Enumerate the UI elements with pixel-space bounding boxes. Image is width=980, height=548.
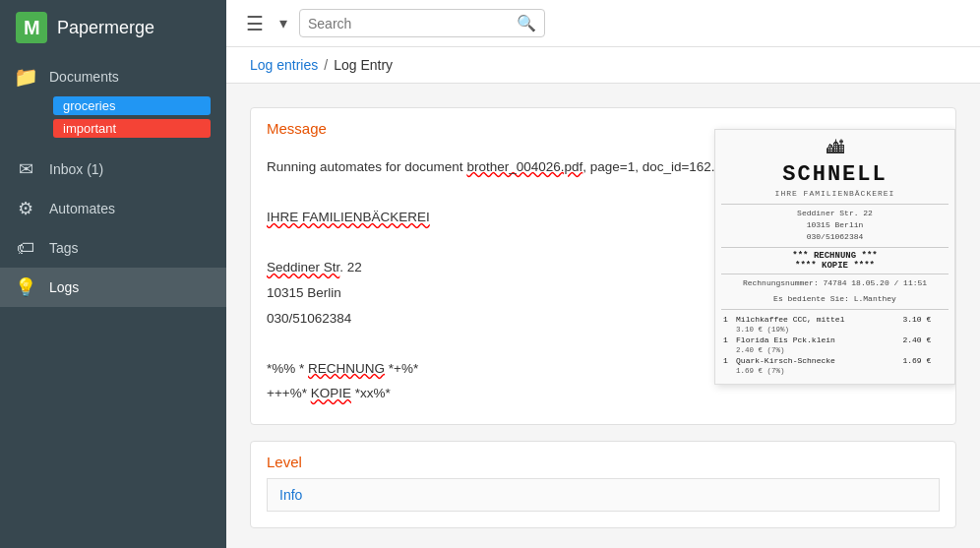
receipt-skyline: 🏙 [721, 138, 949, 158]
sidebar-item-tags-label: Tags [49, 240, 211, 256]
receipt-addr-3: 030/51062384 [721, 231, 949, 243]
receipt-info2: Es bediente Sie: L.Manthey [721, 293, 949, 305]
main-area: ☰ ▾ 🔍 Log entries / Log Entry Message Ru… [226, 0, 980, 548]
receipt-item-3-name: Quark-Kirsch-Schnecke [734, 355, 900, 366]
folder-icon: 📁 [16, 67, 35, 87]
receipt-item-2-detail: 2.40 € (7%) [721, 345, 949, 355]
sidebar-item-inbox-label: Inbox (1) [49, 161, 211, 177]
breadcrumb-separator: / [324, 57, 328, 73]
automates-icon: ⚙ [16, 199, 35, 218]
sidebar-header: M Papermerge [0, 0, 226, 55]
receipt-address: Seddiner Str. 22 10315 Berlin 030/510623… [721, 208, 949, 243]
tags-row: groceries important [0, 94, 226, 142]
sidebar-item-tags[interactable]: 🏷 Tags [0, 228, 226, 268]
sidebar-nav: ✉ Inbox (1) ⚙ Automates 🏷 Tags 💡 Logs [0, 142, 226, 315]
receipt-content: 🏙 SCHNELL IHRE FAMILIENBÄCKEREI Seddiner… [715, 130, 954, 384]
receipt-item-1-price: 3.10 € [900, 314, 949, 325]
level-label: Level [251, 442, 955, 474]
receipt-item-1-tax: 3.10 € (19%) [734, 325, 949, 335]
sidebar: M Papermerge 📁 Documents groceries impor… [0, 0, 226, 548]
sidebar-item-logs[interactable]: 💡 Logs [0, 268, 226, 307]
receipt-info1: Rechnungsnummer: 74784 18.05.20 / 11:51 [721, 277, 949, 289]
receipt-subtitle: IHRE FAMILIENBÄCKEREI [721, 189, 949, 198]
receipt-item-2-qty: 1 [721, 335, 734, 345]
filename-link: brother_004026.pdf [466, 159, 582, 174]
receipt-item-2-tax: 2.40 € (7%) [734, 345, 949, 355]
level-card: Level Info [250, 441, 956, 528]
receipt-addr-2: 10315 Berlin [721, 219, 949, 231]
documents-section: 📁 Documents groceries important [0, 55, 226, 142]
search-icon[interactable]: 🔍 [517, 14, 536, 32]
level-value: Info [267, 478, 940, 512]
receipt-heading1: *** RECHNUNG *** [721, 251, 949, 261]
breadcrumb: Log entries / Log Entry [226, 47, 980, 84]
receipt-logo: SCHNELL [721, 162, 949, 187]
receipt-item-3-price: 1.69 € [900, 355, 949, 366]
menu-icon[interactable]: ☰ [242, 8, 268, 39]
receipt-items-table: 1 Milchkaffee CCC, mittel 3.10 € 3.10 € … [721, 314, 949, 376]
receipt-item-3-tax: 1.69 € (7%) [734, 366, 949, 376]
kopie-word: KOPIE [311, 386, 351, 400]
receipt-item-1-detail: 3.10 € (19%) [721, 325, 949, 335]
receipt-item-3: 1 Quark-Kirsch-Schnecke 1.69 € [721, 355, 949, 366]
sidebar-item-automates[interactable]: ⚙ Automates [0, 189, 226, 228]
tags-icon: 🏷 [16, 238, 35, 258]
topbar: ☰ ▾ 🔍 [226, 0, 980, 47]
receipt-divider-4 [721, 309, 949, 310]
sidebar-item-logs-label: Logs [49, 279, 211, 295]
svg-text:M: M [24, 17, 40, 38]
sidebar-item-automates-label: Automates [49, 201, 211, 216]
receipt-item-3-qty: 1 [721, 355, 734, 366]
receipt-divider-1 [721, 204, 949, 205]
receipt-image: 🏙 SCHNELL IHRE FAMILIENBÄCKEREI Seddiner… [714, 129, 955, 385]
sidebar-item-inbox[interactable]: ✉ Inbox (1) [0, 150, 226, 189]
receipt-item-3-detail: 1.69 € (7%) [721, 366, 949, 376]
breadcrumb-current: Log Entry [334, 57, 393, 73]
app-logo: M [16, 12, 47, 43]
content-area: Message Running automates for document b… [226, 84, 980, 548]
rechnung-word: RECHNUNG [308, 361, 385, 376]
logs-icon: 💡 [16, 277, 35, 297]
dropdown-icon[interactable]: ▾ [276, 10, 291, 36]
inbox-icon: ✉ [16, 159, 35, 179]
breadcrumb-log-entries[interactable]: Log entries [250, 57, 318, 73]
receipt-item-1-qty: 1 [721, 314, 734, 325]
receipt-item-1-name: Milchkaffee CCC, mittel [734, 314, 900, 325]
receipt-item-2-price: 2.40 € [900, 335, 949, 345]
receipt-item-2: 1 Florida Eis Pck.klein 2.40 € [721, 335, 949, 345]
message-card-body: Running automates for document brother_0… [251, 149, 955, 424]
receipt-divider-3 [721, 274, 949, 274]
receipt-item-2-name: Florida Eis Pck.klein [734, 335, 900, 345]
search-box: 🔍 [299, 9, 545, 37]
app-name: Papermerge [57, 18, 154, 38]
receipt-addr-1: Seddiner Str. 22 [721, 208, 949, 219]
search-input[interactable] [308, 16, 511, 31]
receipt-heading2: **** KOPIE **** [721, 261, 949, 271]
message-card: Message Running automates for document b… [250, 107, 956, 425]
documents-label: Documents [49, 69, 211, 85]
bakery-name: IHRE FAMILIENBÄCKEREI [267, 210, 430, 224]
message-line-kopie: +++%* KOPIE *xx%* [267, 383, 930, 404]
street-name: Seddiner Str [267, 260, 339, 274]
receipt-divider-2 [721, 247, 949, 248]
receipt-item-1: 1 Milchkaffee CCC, mittel 3.10 € [721, 314, 949, 325]
tag-groceries[interactable]: groceries [53, 96, 211, 115]
tag-important[interactable]: important [53, 119, 211, 138]
documents-header[interactable]: 📁 Documents [0, 59, 226, 94]
